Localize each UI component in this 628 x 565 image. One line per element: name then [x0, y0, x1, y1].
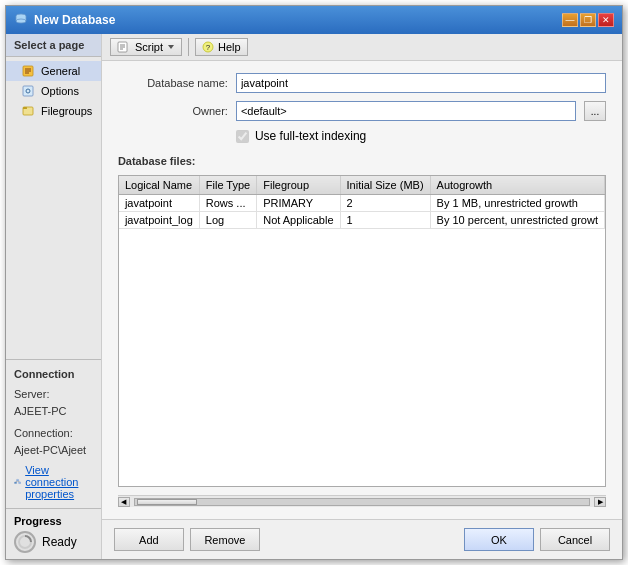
progress-section: Progress Ready — [6, 508, 101, 559]
title-text: New Database — [34, 13, 115, 27]
title-bar-controls: — ❐ ✕ — [562, 13, 614, 27]
svg-rect-7 — [23, 86, 33, 96]
help-label: Help — [218, 41, 241, 53]
cell-autogrowth: By 10 percent, unrestricted growt — [430, 212, 604, 229]
horizontal-scrollbar[interactable] — [134, 498, 590, 506]
owner-input[interactable] — [236, 101, 576, 121]
main-content: Script ? Help Database — [102, 34, 622, 559]
toolbar-divider — [188, 38, 189, 56]
sidebar-item-general[interactable]: General — [6, 61, 101, 81]
sidebar-items: General Options Filegroups — [6, 57, 101, 125]
table-row[interactable]: javatpoint Rows ... PRIMARY 2 By 1 MB, u… — [119, 195, 605, 212]
dropdown-arrow-icon — [167, 43, 175, 51]
progress-icon — [14, 531, 36, 553]
scrollbar-thumb — [137, 499, 197, 505]
table-row[interactable]: javatpoint_log Log Not Applicable 1 By 1… — [119, 212, 605, 229]
sidebar-header: Select a page — [6, 34, 101, 57]
owner-label: Owner: — [118, 105, 228, 117]
connection-label: Connection: — [14, 425, 93, 443]
db-icon — [14, 13, 28, 27]
script-label: Script — [135, 41, 163, 53]
filegroups-icon — [22, 104, 36, 118]
progress-content: Ready — [14, 531, 93, 553]
connection-title: Connection — [14, 368, 93, 380]
svg-rect-13 — [17, 479, 19, 481]
toolbar: Script ? Help — [102, 34, 622, 61]
filegroups-label: Filegroups — [41, 105, 92, 117]
scrollbar-area: ◀ ▶ — [118, 495, 606, 507]
col-autogrowth: Autogrowth — [430, 176, 604, 195]
cell-initial-size: 1 — [340, 212, 430, 229]
svg-rect-11 — [15, 482, 17, 484]
db-files-label: Database files: — [118, 155, 606, 167]
minimize-button[interactable]: — — [562, 13, 578, 27]
db-name-label: Database name: — [118, 77, 228, 89]
help-icon: ? — [202, 41, 214, 53]
col-filegroup: Filegroup — [257, 176, 340, 195]
svg-line-15 — [18, 481, 20, 482]
help-button[interactable]: ? Help — [195, 38, 248, 56]
cell-logical-name: javatpoint — [119, 195, 199, 212]
progress-status: Ready — [42, 535, 77, 549]
server-label: Server: — [14, 386, 93, 404]
connection-info: Server: AJEET-PC Connection: Ajeet-PC\Aj… — [14, 386, 93, 460]
script-icon — [117, 41, 131, 53]
owner-browse-button[interactable]: ... — [584, 101, 606, 121]
fulltext-row: Use full-text indexing — [118, 129, 606, 143]
remove-button[interactable]: Remove — [190, 528, 260, 551]
svg-rect-10 — [23, 107, 27, 109]
form-area: Database name: Owner: ... Use full-text … — [102, 61, 622, 519]
db-name-input[interactable] — [236, 73, 606, 93]
fulltext-label: Use full-text indexing — [255, 129, 366, 143]
scroll-right-button[interactable]: ▶ — [594, 497, 606, 507]
server-value: AJEET-PC — [14, 403, 93, 421]
bottom-buttons: Add Remove OK Cancel — [102, 519, 622, 559]
script-button[interactable]: Script — [110, 38, 182, 56]
svg-text:?: ? — [206, 43, 211, 52]
general-label: General — [41, 65, 80, 77]
add-button[interactable]: Add — [114, 528, 184, 551]
owner-row: Owner: ... — [118, 101, 606, 121]
svg-point-2 — [16, 19, 26, 23]
new-database-dialog: New Database — ❐ ✕ Select a page General — [5, 5, 623, 560]
db-files-table-wrapper: Logical Name File Type Filegroup Initial… — [118, 175, 606, 487]
title-bar-left: New Database — [14, 13, 115, 27]
network-icon — [14, 476, 21, 488]
cell-file-type: Rows ... — [199, 195, 256, 212]
fulltext-checkbox[interactable] — [236, 130, 249, 143]
cell-autogrowth: By 1 MB, unrestricted growth — [430, 195, 604, 212]
db-files-table: Logical Name File Type Filegroup Initial… — [119, 176, 605, 229]
connection-link-text: View connection properties — [25, 464, 93, 500]
sidebar-item-filegroups[interactable]: Filegroups — [6, 101, 101, 121]
connection-section: Connection Server: AJEET-PC Connection: … — [6, 359, 101, 508]
sidebar-item-options[interactable]: Options — [6, 81, 101, 101]
scroll-left-button[interactable]: ◀ — [118, 497, 130, 507]
options-label: Options — [41, 85, 79, 97]
ok-cancel-buttons: OK Cancel — [464, 528, 610, 551]
title-bar: New Database — ❐ ✕ — [6, 6, 622, 34]
view-connection-properties-link[interactable]: View connection properties — [14, 464, 93, 500]
options-icon — [22, 84, 36, 98]
col-logical-name: Logical Name — [119, 176, 199, 195]
dialog-body: Select a page General Op — [6, 34, 622, 559]
spinner-icon — [17, 534, 33, 550]
cell-initial-size: 2 — [340, 195, 430, 212]
ok-button[interactable]: OK — [464, 528, 534, 551]
col-file-type: File Type — [199, 176, 256, 195]
cell-filegroup: PRIMARY — [257, 195, 340, 212]
svg-marker-21 — [168, 45, 174, 49]
cell-file-type: Log — [199, 212, 256, 229]
close-button[interactable]: ✕ — [598, 13, 614, 27]
connection-value: Ajeet-PC\Ajeet — [14, 442, 93, 460]
general-icon — [22, 64, 36, 78]
svg-line-14 — [16, 481, 18, 482]
cell-logical-name: javatpoint_log — [119, 212, 199, 229]
restore-button[interactable]: ❐ — [580, 13, 596, 27]
cell-filegroup: Not Applicable — [257, 212, 340, 229]
db-name-row: Database name: — [118, 73, 606, 93]
col-initial-size: Initial Size (MB) — [340, 176, 430, 195]
cancel-button[interactable]: Cancel — [540, 528, 610, 551]
add-remove-buttons: Add Remove — [114, 528, 260, 551]
progress-title: Progress — [14, 515, 93, 527]
svg-rect-12 — [19, 482, 21, 484]
